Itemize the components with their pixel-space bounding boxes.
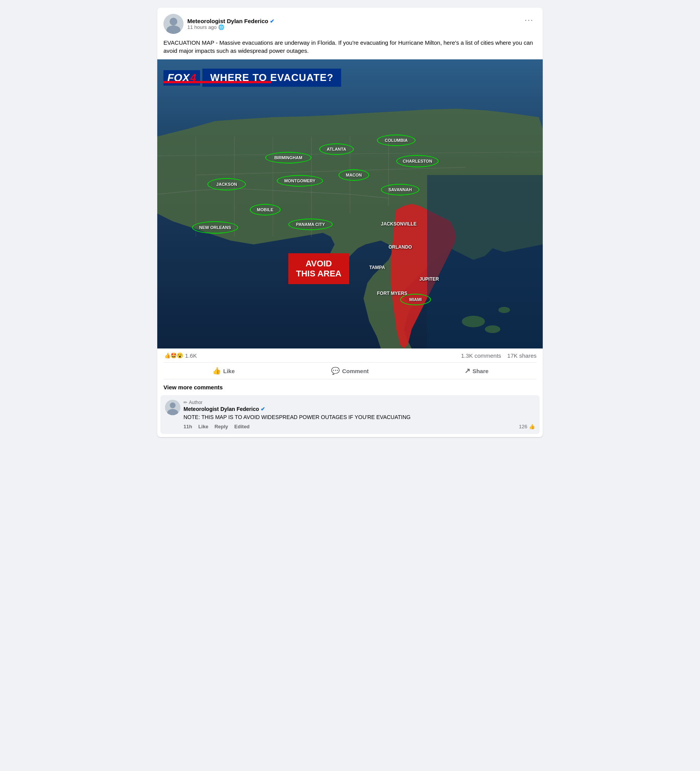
reactions-row: 👍 🤩 😮 1.6K 1.3K comments 17K shares <box>157 348 543 362</box>
reactions-right: 1.3K comments 17K shares <box>461 352 537 359</box>
city-fort-myers: FORT MYERS <box>377 291 407 296</box>
city-mobile: MOBILE <box>250 204 281 215</box>
comment-like-count-text: 126 <box>519 424 527 429</box>
evacuation-map: FOX 4 WHERE TO EVACUATE? JACKSON BIRMING… <box>157 59 543 348</box>
share-label: Share <box>473 368 489 374</box>
post-time: 11 hours ago 🌐 <box>187 24 274 30</box>
like-label: Like <box>223 368 235 374</box>
comment-time: 11h <box>183 424 192 429</box>
city-new-orleans: NEW ORLEANS <box>192 221 238 234</box>
post-text: EVACUATION MAP - Massive evacuations are… <box>157 37 543 59</box>
comment-bubble: ✏ Author Meteorologist Dylan Federico ✔ … <box>183 400 535 429</box>
comment-label: Comment <box>342 368 369 374</box>
city-jackson: JACKSON <box>207 178 246 190</box>
action-row: 👍 Like 💬 Comment ↗ Share <box>157 363 543 379</box>
city-montgomery: MONTGOMERY <box>277 175 323 187</box>
city-columbia: COLUMBIA <box>377 135 416 146</box>
svg-rect-0 <box>427 175 543 348</box>
city-jacksonville: JACKSONVILLE <box>381 221 417 227</box>
like-button[interactable]: 👍 Like <box>160 364 287 378</box>
post-header: Meteorologist Dylan Federico ✔ 11 hours … <box>157 8 543 37</box>
red-accent-bar <box>163 81 271 83</box>
comment-section: ✏ Author Meteorologist Dylan Federico ✔ … <box>160 395 540 434</box>
author-tag-text: Author <box>189 400 202 405</box>
wow-emoji: 😮 <box>176 352 183 359</box>
svg-point-1 <box>462 316 485 327</box>
comment-author-name: Meteorologist Dylan Federico ✔ <box>183 406 535 412</box>
comment-header-row: ✏ Author Meteorologist Dylan Federico ✔ … <box>165 400 535 429</box>
author-name: Meteorologist Dylan Federico ✔ <box>187 18 274 24</box>
comment-reply-button[interactable]: Reply <box>214 424 228 429</box>
map-inner: FOX 4 WHERE TO EVACUATE? JACKSON BIRMING… <box>157 59 543 348</box>
author-tag: ✏ Author <box>183 400 535 405</box>
where-to-evacuate-banner: WHERE TO EVACUATE? <box>202 69 341 87</box>
share-icon: ↗ <box>464 367 470 375</box>
comment-verified-badge: ✔ <box>261 406 265 412</box>
comment-like-emoji: 👍 <box>529 424 535 429</box>
city-panama-city: PANAMA CITY <box>288 219 333 230</box>
emoji-stack: 👍 🤩 😮 <box>163 352 183 359</box>
city-atlanta: ATLANTA <box>319 143 354 155</box>
city-macon: MACON <box>338 169 369 181</box>
comment-actions: 11h Like Reply Edited 126 👍 <box>183 424 535 429</box>
pen-icon: ✏ <box>183 400 187 405</box>
post-card: Meteorologist Dylan Federico ✔ 11 hours … <box>157 8 543 437</box>
comment-avatar <box>165 400 180 415</box>
post-time-text: 11 hours ago <box>187 24 217 30</box>
svg-point-2 <box>485 325 500 333</box>
like-icon: 👍 <box>212 367 221 375</box>
city-jupiter: JUPITER <box>419 276 439 282</box>
comments-count[interactable]: 1.3K comments <box>461 352 501 359</box>
view-more-comments[interactable]: View more comments <box>157 379 543 395</box>
city-charleston: CHARLESTON <box>396 155 439 167</box>
more-options-button[interactable]: ··· <box>522 14 537 26</box>
author-name-text: Meteorologist Dylan Federico <box>187 18 268 24</box>
svg-point-3 <box>498 307 510 313</box>
comment-edited-label: Edited <box>234 424 250 429</box>
comment-like-button[interactable]: Like <box>198 424 208 429</box>
map-svg <box>157 59 543 348</box>
verified-badge: ✔ <box>270 18 274 24</box>
comment-button[interactable]: 💬 Comment <box>287 364 413 378</box>
city-savannah: SAVANNAH <box>381 184 419 195</box>
share-button[interactable]: ↗ Share <box>413 364 540 378</box>
avoid-this-area-box: AVOIDTHIS AREA <box>288 253 349 284</box>
fox-banner: FOX 4 WHERE TO EVACUATE? <box>163 69 341 87</box>
avatar <box>163 14 183 34</box>
city-birmingham: BIRMINGHAM <box>265 152 311 163</box>
comment-author-name-text: Meteorologist Dylan Federico <box>183 406 259 412</box>
globe-icon: 🌐 <box>218 24 224 30</box>
shares-count[interactable]: 17K shares <box>507 352 537 359</box>
comment-icon: 💬 <box>331 367 340 375</box>
city-orlando: ORLANDO <box>389 244 412 250</box>
comment-text: NOTE: THIS MAP IS TO AVOID WIDESPREAD PO… <box>183 414 535 421</box>
reactions-count: 1.6K <box>185 352 197 359</box>
view-more-text: View more comments <box>163 384 223 391</box>
post-meta: Meteorologist Dylan Federico ✔ 11 hours … <box>187 18 274 30</box>
post-header-left: Meteorologist Dylan Federico ✔ 11 hours … <box>163 14 274 34</box>
post-text-content: EVACUATION MAP - Massive evacuations are… <box>163 39 533 54</box>
city-tampa: TAMPA <box>369 265 385 270</box>
comment-like-count: 126 👍 <box>519 424 535 429</box>
reactions-left: 👍 🤩 😮 1.6K <box>163 352 197 359</box>
